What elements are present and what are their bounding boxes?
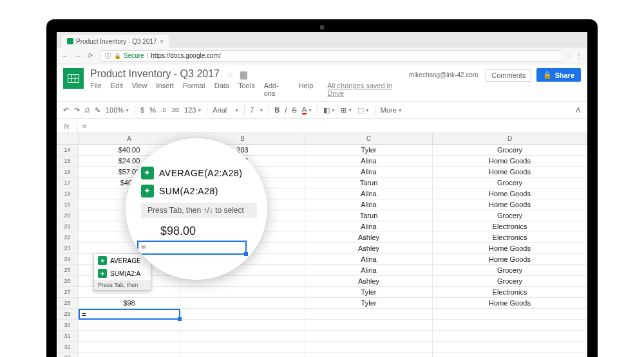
zoom-dropdown[interactable]: 100%▼ <box>106 106 129 114</box>
cell[interactable] <box>79 320 180 330</box>
row-header[interactable]: 32 <box>57 342 79 352</box>
suggest-item-average[interactable]: ✦AVERAGE <box>94 254 151 267</box>
menu-edit[interactable]: Edit <box>111 82 123 97</box>
suggest-item-sum[interactable]: ✦SUM(A2:A <box>94 267 151 280</box>
user-email[interactable]: mikechang@ink-42.com <box>409 71 478 78</box>
row-header[interactable]: 21 <box>57 221 79 232</box>
cell[interactable] <box>433 352 587 357</box>
cell[interactable]: Tyler <box>305 287 433 297</box>
cell[interactable]: Home Goods <box>433 167 587 177</box>
cell[interactable] <box>180 352 305 357</box>
cell[interactable]: Grocery <box>433 145 587 155</box>
cell[interactable] <box>433 331 587 341</box>
reload-icon[interactable]: ⟳ <box>88 52 97 59</box>
cell[interactable]: Alina <box>305 167 433 177</box>
cell[interactable] <box>79 331 180 341</box>
sheets-logo[interactable] <box>63 68 84 89</box>
menu-file[interactable]: File <box>90 82 102 97</box>
row-header[interactable]: 17 <box>57 178 79 188</box>
back-icon[interactable]: ← <box>62 52 71 59</box>
cell[interactable]: Grocery <box>433 210 587 221</box>
cell[interactable]: Alina <box>305 199 433 210</box>
merge-button[interactable]: ⬚▼ <box>357 106 370 114</box>
collapse-toolbar-icon[interactable]: ᐱ <box>576 106 581 114</box>
row-header[interactable]: 33 <box>57 352 79 357</box>
cell[interactable] <box>180 309 305 319</box>
cell[interactable] <box>180 342 305 352</box>
cell[interactable]: Alina <box>305 156 433 166</box>
cell[interactable]: Grocery <box>433 178 587 188</box>
cell[interactable]: Tarun <box>305 178 433 188</box>
menu-addons[interactable]: Add-ons <box>264 82 290 97</box>
row-header[interactable]: 27 <box>57 287 79 297</box>
percent-button[interactable]: % <box>149 106 156 114</box>
currency-button[interactable]: $ <box>140 106 144 114</box>
menu-insert[interactable]: Insert <box>156 82 174 97</box>
address-bar[interactable]: ⓘ 🔒 Secure | https://docs.google.com/ <box>100 50 562 62</box>
row-header[interactable]: 22 <box>57 232 79 243</box>
cell[interactable]: Ashley <box>305 232 433 243</box>
share-button[interactable]: 🔒 Share <box>536 68 581 82</box>
cell[interactable]: Grocery <box>433 265 587 275</box>
fill-handle[interactable] <box>244 252 248 256</box>
zoom-suggest-sum[interactable]: ✦SUM(A2:A28) <box>141 182 218 200</box>
cell[interactable] <box>79 342 180 352</box>
cell[interactable]: Tyler <box>305 298 433 308</box>
cell[interactable]: Home Goods <box>433 243 587 253</box>
font-dropdown[interactable]: Arial▼ <box>213 106 239 114</box>
cell[interactable]: Home Goods <box>433 188 587 199</box>
row-header[interactable]: 29 <box>57 309 79 319</box>
cell[interactable]: Grocery <box>433 276 587 286</box>
cell[interactable] <box>305 331 433 341</box>
row-header[interactable]: 31 <box>57 331 79 341</box>
menu-data[interactable]: Data <box>214 82 229 97</box>
cell[interactable]: Alina <box>305 221 433 232</box>
redo-icon[interactable]: ↷ <box>74 106 80 114</box>
fill-handle[interactable] <box>178 317 182 321</box>
row-header[interactable]: 20 <box>57 210 79 221</box>
col-header-d[interactable]: D <box>433 133 587 144</box>
font-size-dropdown[interactable]: 7▼ <box>250 106 263 114</box>
cell[interactable]: Alina <box>305 265 433 275</box>
row-header[interactable]: 14 <box>57 145 79 155</box>
print-icon[interactable]: ⎙ <box>85 106 90 114</box>
paint-format-icon[interactable]: ✎ <box>95 106 100 114</box>
cell[interactable]: Tyler <box>305 145 433 155</box>
cell[interactable]: $98 <box>79 298 180 308</box>
menu-format[interactable]: Format <box>183 82 205 97</box>
cell[interactable]: Electronics <box>433 287 587 297</box>
row-header[interactable]: 30 <box>57 320 79 330</box>
increase-decimal-button[interactable]: .00 <box>171 107 180 113</box>
undo-icon[interactable]: ↶ <box>63 106 69 114</box>
cell[interactable]: Ashley <box>305 276 433 286</box>
cell[interactable] <box>433 309 587 319</box>
star-icon[interactable]: ☆ <box>226 69 234 79</box>
comments-button[interactable]: Comments <box>486 69 531 82</box>
row-header[interactable]: 25 <box>57 265 79 275</box>
forward-icon[interactable]: → <box>75 52 84 59</box>
row-header[interactable]: 23 <box>57 243 79 253</box>
cell[interactable]: Home Goods <box>433 254 587 264</box>
row-header[interactable]: 24 <box>57 254 79 264</box>
cell[interactable]: Home Goods <box>433 156 587 166</box>
cell[interactable]: Alina <box>305 188 433 199</box>
italic-button[interactable]: I <box>285 106 287 114</box>
fill-color-button[interactable]: ◧▼ <box>323 106 336 114</box>
cell[interactable] <box>305 352 433 357</box>
cell[interactable]: Electronics <box>433 232 587 243</box>
cell[interactable]: Alina <box>305 254 433 264</box>
tab-close-icon[interactable]: × <box>160 37 164 45</box>
row-header[interactable]: 15 <box>57 156 79 166</box>
strikethrough-button[interactable]: S <box>292 106 296 114</box>
text-color-button[interactable]: A▼ <box>302 105 312 114</box>
row-header[interactable]: 16 <box>57 167 79 177</box>
borders-button[interactable]: ⊞▼ <box>341 106 352 114</box>
document-title[interactable]: Product Inventory - Q3 2017 <box>90 68 220 80</box>
zoom-suggest-average[interactable]: ✦AVERAGE(A2:A28) <box>141 164 242 182</box>
zoom-active-cell[interactable]: = <box>137 241 247 255</box>
cell[interactable] <box>305 320 433 330</box>
format-123-button[interactable]: 123▼ <box>184 106 202 114</box>
more-button[interactable]: More▼ <box>381 106 402 114</box>
bookmark-icon[interactable]: ☆ <box>566 52 572 59</box>
row-header[interactable]: 19 <box>57 199 79 210</box>
